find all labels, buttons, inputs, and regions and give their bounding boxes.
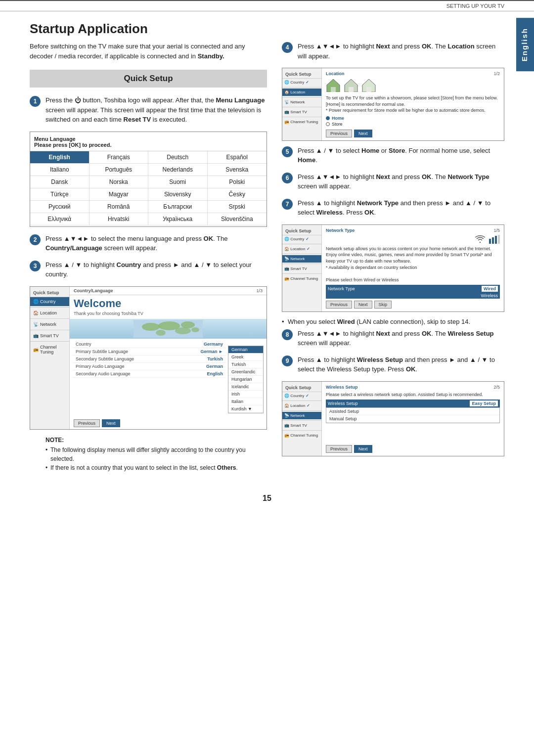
note-box: NOTE: The following display menus will d… bbox=[45, 437, 267, 472]
step-8-number: 8 bbox=[282, 329, 293, 340]
net-sidebar-channeltuning[interactable]: 📻 Channel Tuning bbox=[282, 275, 321, 282]
ws-previous-button[interactable]: Previous bbox=[74, 419, 100, 427]
lang-cell-russian[interactable]: Русский bbox=[30, 201, 89, 213]
lang-cell-slovensky[interactable]: Slovensky bbox=[148, 188, 208, 201]
ws2-sidebar-network[interactable]: 📡 Network bbox=[282, 412, 321, 419]
ws-sidebar-location[interactable]: 🏠Location bbox=[30, 309, 69, 317]
loc-sidebar-smarttv[interactable]: 📺 Smart TV bbox=[282, 108, 321, 116]
loc-sidebar-country[interactable]: 🌐 Country ✓ bbox=[282, 79, 321, 86]
step-6-text: Press ▲▼◄► to highlight Next and press O… bbox=[298, 172, 504, 191]
lang-cell-suomi[interactable]: Suomi bbox=[148, 176, 208, 188]
lang-cell-francais[interactable]: Français bbox=[89, 151, 149, 164]
step-5-text: Press ▲ / ▼ to select Home or Store. For… bbox=[298, 146, 504, 165]
right-column: 4 Press ▲▼◄► to highlight Next and press… bbox=[282, 42, 504, 479]
ws2-sidebar: Quick Setup 🌐 Country ✓ 🏠 Location ✓ 📡 N… bbox=[282, 382, 322, 456]
ws-sidebar-smarttv[interactable]: 📺Smart TV bbox=[30, 331, 69, 340]
ws2-sidebar-location[interactable]: 🏠 Location ✓ bbox=[282, 402, 321, 409]
net-sidebar-country[interactable]: 🌐 Country ✓ bbox=[282, 235, 321, 243]
step-1: 1 Press the ⏻ button, Toshiba logo will … bbox=[30, 95, 267, 125]
dropdown-kurdish[interactable]: Kurdish ▼ bbox=[228, 405, 263, 413]
dropdown-greek[interactable]: Greek bbox=[228, 354, 263, 361]
lang-cell-ukrainian[interactable]: Українська bbox=[148, 213, 208, 225]
ws2-sidebar-channeltuning[interactable]: 📻 Channel Tuning bbox=[282, 432, 321, 439]
assisted-setup-option[interactable]: Assisted Setup bbox=[326, 408, 499, 415]
page-number: 15 bbox=[30, 494, 504, 513]
net-next-button[interactable]: Next bbox=[354, 301, 372, 309]
dropdown-greenlandic[interactable]: Greenlandic bbox=[228, 368, 263, 376]
ws-sidebar-channeltuning[interactable]: 📻Channel Tuning bbox=[30, 343, 69, 356]
world-map-graphic bbox=[70, 319, 267, 339]
svg-rect-15 bbox=[495, 236, 497, 244]
loc-main-area: Location 1/2 To set up the TV for use wi… bbox=[322, 68, 504, 140]
loc-sidebar-network[interactable]: 📡 Network bbox=[282, 98, 321, 106]
ws2-next-button[interactable]: Next bbox=[354, 445, 372, 453]
ws-sidebar-country[interactable]: 🌐Country bbox=[30, 297, 69, 306]
lang-cell-english[interactable]: English bbox=[30, 151, 89, 164]
lang-cell-cesky[interactable]: Česky bbox=[208, 188, 267, 201]
page-container: SETTING UP YOUR TV English Startup Appli… bbox=[0, 0, 534, 756]
net-sidebar-network[interactable]: 📡 Network bbox=[282, 255, 321, 263]
step-4: 4 Press ▲▼◄► to highlight Next and press… bbox=[282, 42, 504, 61]
dropdown-italian[interactable]: Italian bbox=[228, 398, 263, 405]
ws2-sidebar-country[interactable]: 🌐 Country ✓ bbox=[282, 392, 321, 400]
svg-rect-16 bbox=[498, 235, 500, 244]
dropdown-hungarian[interactable]: Hungarian bbox=[228, 376, 263, 383]
lang-cell-deutsch[interactable]: Deutsch bbox=[148, 151, 208, 164]
lang-cell-polski[interactable]: Polski bbox=[208, 176, 267, 188]
dropdown-turkish[interactable]: Turkish bbox=[228, 361, 263, 368]
ws-sidebar-network[interactable]: 📡Network bbox=[30, 320, 69, 329]
step-6: 6 Press ▲▼◄► to highlight Next and press… bbox=[282, 172, 504, 191]
two-column-layout: Before switching on the TV make sure tha… bbox=[30, 42, 504, 479]
lang-cell-nederlands[interactable]: Nederlands bbox=[148, 164, 208, 176]
step-3-text: Press ▲ / ▼ to highlight Country and pre… bbox=[45, 260, 267, 279]
lang-cell-bulgarian[interactable]: Български bbox=[148, 201, 208, 213]
page-title: Startup Application bbox=[30, 21, 504, 37]
note-title: NOTE: bbox=[45, 437, 267, 444]
note-item-1: The following display menus will differ … bbox=[45, 445, 267, 463]
manual-setup-option[interactable]: Manual Setup bbox=[326, 415, 499, 423]
lang-cell-portugues[interactable]: Português bbox=[89, 164, 149, 176]
loc-sidebar-location[interactable]: 🏠 Location bbox=[282, 89, 321, 96]
loc-sidebar-channeltuning[interactable]: 📻 Channel Tuning bbox=[282, 118, 321, 126]
home-radio[interactable] bbox=[326, 116, 330, 120]
left-column: Before switching on the TV make sure tha… bbox=[30, 42, 267, 479]
step-8: 8 Press ▲▼◄► to highlight Next and press… bbox=[282, 329, 504, 348]
loc-next-button[interactable]: Next bbox=[354, 130, 372, 137]
lang-cell-espanol[interactable]: Español bbox=[208, 151, 267, 164]
step-3: 3 Press ▲ / ▼ to highlight Country and p… bbox=[30, 260, 267, 279]
dropdown-irish[interactable]: Irish bbox=[228, 391, 263, 398]
language-dropdown[interactable]: German Greek Turkish Greenlandic Hungari… bbox=[228, 346, 264, 413]
ws2-sidebar-smarttv[interactable]: 📺 Smart TV bbox=[282, 422, 321, 429]
standby-bold: Standby. bbox=[198, 52, 224, 60]
store-radio[interactable] bbox=[326, 122, 330, 126]
language-selection-box: Menu Language Please press [OK] to proce… bbox=[30, 132, 267, 227]
ws2-previous-button[interactable]: Previous bbox=[326, 445, 352, 453]
lang-cell-hrvatski[interactable]: Hrvatski bbox=[89, 213, 149, 225]
step-7-text: Press ▲ to highlight Network Type and th… bbox=[298, 198, 504, 218]
loc-previous-button[interactable]: Previous bbox=[326, 130, 352, 137]
wired-tab[interactable]: Wired bbox=[482, 286, 498, 292]
net-previous-button[interactable]: Previous bbox=[326, 301, 352, 309]
dropdown-german[interactable]: German bbox=[228, 346, 263, 354]
step-7: 7 Press ▲ to highlight Network Type and … bbox=[282, 198, 504, 218]
net-sidebar-smarttv[interactable]: 📺 Smart TV bbox=[282, 265, 321, 272]
step-1-text: Press the ⏻ button, Toshiba logo will ap… bbox=[45, 95, 267, 125]
lang-cell-turkce[interactable]: Türkçe bbox=[30, 188, 89, 201]
lang-cell-srpski[interactable]: Srpski bbox=[208, 201, 267, 213]
ws-next-button[interactable]: Next bbox=[102, 419, 120, 427]
network-type-screen-screenshot: Quick Setup 🌐 Country ✓ 🏠 Location ✓ 📡 N… bbox=[282, 224, 504, 312]
lang-cell-svenska[interactable]: Svenska bbox=[208, 164, 267, 176]
lang-cell-slovene[interactable]: Slovenščina bbox=[208, 213, 267, 225]
step-8-text: Press ▲▼◄► to highlight Next and press O… bbox=[298, 329, 504, 348]
lang-cell-dansk[interactable]: Dansk bbox=[30, 176, 89, 188]
lang-cell-romana[interactable]: Română bbox=[89, 201, 149, 213]
net-skip-button[interactable]: Skip bbox=[374, 301, 392, 309]
net-sidebar-location[interactable]: 🏠 Location ✓ bbox=[282, 245, 321, 253]
svg-rect-10 bbox=[349, 87, 354, 92]
lang-cell-italiano[interactable]: Italiano bbox=[30, 164, 89, 176]
lang-cell-norska[interactable]: Norska bbox=[89, 176, 149, 188]
lang-cell-greek[interactable]: Ελληνικά bbox=[30, 213, 89, 225]
lang-cell-magyar[interactable]: Magyar bbox=[89, 188, 149, 201]
easy-setup-tab[interactable]: Easy Setup bbox=[470, 400, 498, 406]
dropdown-icelandic[interactable]: Icelandic bbox=[228, 383, 263, 391]
